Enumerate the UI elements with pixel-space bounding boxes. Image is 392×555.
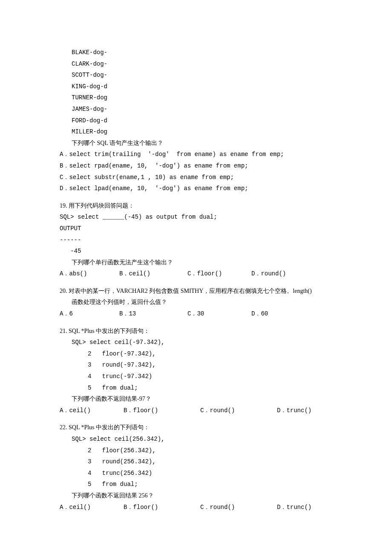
output-header: OUTPUT	[60, 223, 332, 234]
question-prompt: 下列哪个单行函数无法产生这个输出？	[60, 257, 332, 269]
question-title: 19. 用下列代码块回答问题：	[60, 200, 332, 212]
output-line: CLARK-dog-	[60, 58, 332, 70]
choice-a: A．6	[60, 308, 119, 320]
choice-d: D．60	[251, 308, 268, 320]
choice-d: D．round()	[251, 268, 286, 280]
sql-line: 2 floor(256.342),	[60, 445, 332, 457]
question-title: 21. SQL *Plus 中发出的下列语句：	[60, 326, 332, 337]
sql-line: SQL> select ceil(256.342),	[60, 434, 332, 445]
sql-line: 5 from dual;	[60, 479, 332, 490]
choice-b: B．floor()	[124, 502, 200, 513]
output-line: TURNER-dog	[60, 92, 332, 104]
question-prompt: 下列哪个 SQL 语句产生这个输出？	[60, 138, 332, 149]
output-line: MILLER-dog	[60, 126, 332, 138]
choices-row: A．6 B．13 C．30 D．60	[60, 308, 332, 320]
choice-d: D．trunc()	[277, 405, 311, 416]
sql-line: 2 floor(-97.342),	[60, 348, 332, 360]
document-page: BLAKE-dog- CLARK-dog- SCOTT-dog- KING-do…	[0, 0, 392, 555]
output-line: BLAKE-dog-	[60, 47, 332, 58]
choice-d: D．select lpad(ename, 10, '-dog') as enam…	[60, 183, 332, 194]
choice-c: C．round()	[200, 405, 277, 416]
choices-row: A．ceil() B．floor() C．round() D．trunc()	[60, 405, 332, 416]
sql-line: 3 round(-97.342),	[60, 359, 332, 371]
choice-c: C．select substr(ename,1 , 10) as ename f…	[60, 172, 332, 183]
output-sep: ------	[60, 234, 332, 246]
choices-row: A．abs() B．ceil() C．floor() D．round()	[60, 268, 332, 280]
sql-line: 3 round(256.342),	[60, 456, 332, 468]
output-line: KING-dog-d	[60, 81, 332, 92]
question-line: 函数处理这个列值时，返回什么值？	[60, 297, 332, 308]
choice-b: B．floor()	[124, 405, 200, 416]
output-value: -45	[60, 246, 332, 257]
question-title: 22. SQL *Plus 中发出的下列语句：	[60, 422, 332, 434]
sql-line: 4 trunc(-97.342)	[60, 371, 332, 382]
sql-line: SQL> select ceil(-97.342),	[60, 337, 332, 348]
question-prompt: 下列哪个函数不返回结果-97？	[60, 393, 332, 405]
output-line: SCOTT-dog-	[60, 69, 332, 81]
output-line: JAMES-dog-	[60, 104, 332, 115]
sql-line: 4 trunc(256.342)	[60, 468, 332, 479]
choice-b: B．select rpad(ename, 10, '-dog') as enam…	[60, 160, 332, 172]
question-prompt: 下列哪个函数不返回结果 256？	[60, 490, 332, 502]
output-line: FORD-dog-d	[60, 115, 332, 127]
choice-b: B．ceil()	[119, 268, 187, 280]
choices-row: A．ceil() B．floor() C．round() D．trunc()	[60, 502, 332, 513]
choice-a: A．ceil()	[60, 502, 124, 513]
choice-a: A．ceil()	[60, 405, 124, 416]
choice-c: C．30	[187, 308, 251, 320]
choice-b: B．13	[119, 308, 187, 320]
sql-line: SQL> select ______(-45) as output from d…	[60, 211, 332, 223]
choice-d: D．trunc()	[277, 502, 311, 513]
choice-c: C．round()	[200, 502, 277, 513]
choice-c: C．floor()	[187, 268, 251, 280]
choice-a: A．abs()	[60, 268, 119, 280]
choice-a: A．select trim(trailing '-dog' from ename…	[60, 149, 332, 160]
sql-line: 5 from dual;	[60, 382, 332, 394]
question-line: 20. 对表中的某一行，VARCHAR2 列包含数值 SMITHY，应用程序在右…	[60, 286, 332, 297]
